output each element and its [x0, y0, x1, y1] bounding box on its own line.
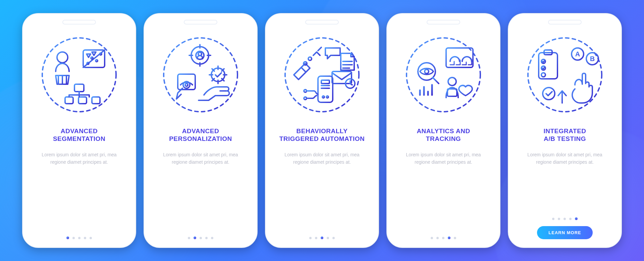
svg-rect-10 — [92, 97, 100, 104]
svg-rect-7 — [74, 84, 84, 92]
phone-screen-3: BEHAVIORALLY TRIGGERED AUTOMATION Lorem … — [265, 13, 379, 248]
pagination-dot[interactable] — [200, 237, 202, 239]
svg-point-27 — [326, 96, 328, 98]
screen-title: ADVANCED PERSONALIZATION — [169, 127, 232, 143]
screen-footer — [154, 237, 247, 239]
screen-title: ANALYTICS AND TRACKING — [417, 127, 470, 143]
pagination-dot[interactable] — [552, 218, 554, 220]
svg-point-41 — [541, 73, 545, 77]
screen-title: INTEGRATED A/B TESTING — [543, 127, 586, 143]
pagination-dot[interactable] — [84, 237, 86, 239]
pagination-dot[interactable] — [558, 218, 560, 220]
phone-carousel: ADVANCED SEGMENTATION Lorem ipsum dolor … — [0, 0, 644, 261]
pagination-dot[interactable] — [569, 218, 572, 220]
pagination-dot[interactable] — [575, 217, 578, 220]
pagination-dot[interactable] — [72, 237, 75, 239]
abtesting-icon: A B — [525, 35, 605, 115]
pagination-dots[interactable] — [66, 237, 92, 239]
phone-notch — [62, 20, 96, 24]
svg-text:A: A — [575, 50, 580, 58]
pagination-dot[interactable] — [564, 218, 566, 220]
svg-point-33 — [425, 69, 429, 73]
phone-screen-5: A B INTEGRATED A/B TESTING Lorem ipsum d… — [508, 13, 622, 248]
phone-screen-4: ANALYTICS AND TRACKING Lorem ipsum dolor… — [386, 13, 500, 248]
pagination-dot[interactable] — [327, 237, 329, 239]
segmentation-icon — [39, 35, 119, 115]
pagination-dot[interactable] — [78, 237, 80, 239]
automation-icon — [282, 35, 362, 115]
screen-description: Lorem ipsum dolor sit amet pri, mea regi… — [39, 151, 119, 173]
svg-rect-25 — [321, 80, 329, 84]
screen-description: Lorem ipsum dolor sit amet pri, mea regi… — [525, 151, 605, 173]
screen-description: Lorem ipsum dolor sit amet pri, mea regi… — [403, 151, 484, 173]
svg-point-21 — [308, 57, 312, 60]
phone-notch — [184, 20, 217, 24]
screen-footer: LEARN MORE — [519, 217, 611, 239]
pagination-dot[interactable] — [442, 237, 444, 239]
pagination-dots[interactable] — [431, 237, 456, 239]
screen-description: Lorem ipsum dolor sit amet pri, mea regi… — [282, 151, 362, 173]
phone-screen-1: ADVANCED SEGMENTATION Lorem ipsum dolor … — [22, 13, 136, 248]
svg-rect-22 — [332, 71, 352, 84]
pagination-dot[interactable] — [436, 237, 439, 239]
pagination-dots[interactable] — [552, 217, 578, 220]
pagination-dot[interactable] — [309, 237, 312, 239]
svg-point-30 — [407, 38, 480, 112]
screen-description: Lorem ipsum dolor sit amet pri, mea regi… — [160, 151, 241, 173]
pagination-dot[interactable] — [332, 237, 335, 239]
phone-notch — [427, 20, 460, 24]
svg-rect-8 — [65, 97, 73, 104]
svg-point-18 — [185, 84, 188, 86]
phone-notch — [548, 20, 582, 24]
pagination-dot[interactable] — [205, 237, 208, 239]
svg-text:B: B — [590, 55, 595, 62]
learn-more-button[interactable]: LEARN MORE — [537, 226, 592, 239]
screen-title: BEHAVIORALLY TRIGGERED AUTOMATION — [279, 127, 365, 143]
svg-point-1 — [57, 52, 68, 63]
analytics-icon — [403, 35, 484, 115]
svg-point-46 — [543, 88, 555, 100]
screen-title: ADVANCED SEGMENTATION — [53, 127, 105, 143]
screen-footer — [33, 237, 125, 239]
pagination-dot[interactable] — [66, 237, 69, 239]
svg-rect-35 — [447, 89, 457, 96]
svg-point-34 — [448, 77, 456, 86]
svg-rect-9 — [78, 97, 87, 104]
pagination-dot[interactable] — [431, 237, 433, 239]
pagination-dot[interactable] — [90, 237, 92, 239]
svg-point-4 — [91, 57, 93, 59]
pagination-dot[interactable] — [194, 237, 196, 239]
pagination-dot[interactable] — [188, 237, 190, 239]
svg-point-26 — [322, 96, 324, 98]
pagination-dots[interactable] — [309, 237, 335, 239]
screen-footer — [397, 237, 490, 239]
pagination-dot[interactable] — [321, 237, 323, 239]
pagination-dot[interactable] — [454, 237, 456, 239]
personalization-icon — [160, 35, 241, 115]
pagination-dot[interactable] — [448, 237, 450, 239]
pagination-dot[interactable] — [315, 237, 317, 239]
svg-point-5 — [96, 60, 98, 62]
phone-screen-2: ADVANCED PERSONALIZATION Lorem ipsum dol… — [144, 13, 258, 248]
screen-footer — [276, 237, 368, 239]
pagination-dots[interactable] — [188, 237, 213, 239]
phone-notch — [305, 20, 339, 24]
pagination-dot[interactable] — [211, 237, 213, 239]
